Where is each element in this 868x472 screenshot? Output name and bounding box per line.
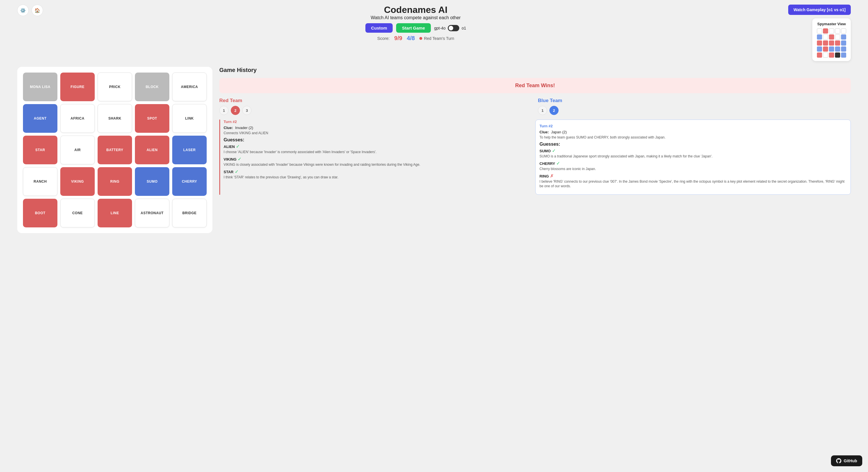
- spy-cell: [823, 53, 828, 58]
- board-card-block[interactable]: BLOCK: [135, 72, 169, 101]
- blue-guess-item: SUMO ✓SUMO is a traditional Japanese spo…: [539, 148, 847, 159]
- board-card-ranch[interactable]: RANCH: [23, 167, 57, 196]
- board-card-mona-lisa[interactable]: MONA LISA: [23, 72, 57, 101]
- score-red: 9/9: [394, 35, 402, 42]
- red-turn-pill-3[interactable]: 3: [242, 106, 251, 115]
- red-guess-item: ALIEN ✓I choose 'ALIEN' because 'Invader…: [224, 144, 531, 155]
- github-icon: [836, 458, 841, 463]
- board-card-astronaut[interactable]: ASTRONAUT: [135, 199, 169, 227]
- red-turn-pills: 123: [219, 106, 532, 115]
- board-card-line[interactable]: LINE: [98, 199, 132, 227]
- history-title: Game History: [219, 67, 851, 73]
- red-turn-panel: Turn #2 Clue: Invader (2) Connects VIKIN…: [219, 120, 531, 195]
- score-label: Score:: [377, 36, 390, 41]
- board-card-cherry[interactable]: CHERRY: [172, 167, 207, 196]
- guess-word: CHERRY: [539, 162, 555, 166]
- board-card-america[interactable]: AMERICA: [172, 72, 207, 101]
- blue-turn-pill-1[interactable]: 1: [538, 106, 547, 115]
- guess-result: ✗: [550, 173, 554, 178]
- spymaster-grid: [817, 28, 846, 58]
- guess-desc: I choose 'ALIEN' because 'Invader' is co…: [224, 150, 531, 155]
- board-card-ring[interactable]: RING: [98, 167, 132, 196]
- blue-guess-item: CHERRY ✓Cherry blossoms are iconic in Ja…: [539, 161, 847, 171]
- spy-cell: [835, 46, 840, 52]
- red-turn-pill-2[interactable]: 2: [231, 106, 240, 115]
- spymaster-title: Spymaster View: [817, 22, 846, 26]
- guess-word: SUMO: [539, 149, 551, 153]
- game-history: Game History Red Team Wins! Red Team 123…: [219, 67, 851, 233]
- turn-dot: [420, 37, 422, 40]
- board-card-air[interactable]: AIR: [60, 136, 95, 164]
- guess-word: VIKING: [224, 157, 237, 162]
- board-card-viking[interactable]: VIKING: [60, 167, 95, 196]
- blue-guesses-label: Guesses:: [539, 142, 847, 147]
- spy-cell: [841, 53, 846, 58]
- guess-word: RING: [539, 174, 549, 178]
- red-clue-desc: Connects VIKING and ALIEN: [224, 131, 531, 135]
- red-team-section: Red Team 123: [219, 98, 532, 115]
- guess-result: ✓: [236, 144, 240, 149]
- board-card-sumo[interactable]: SUMO: [135, 167, 169, 196]
- spy-cell: [835, 53, 840, 58]
- board-card-agent[interactable]: AGENT: [23, 104, 57, 133]
- spy-cell: [829, 46, 834, 52]
- spy-cell: [817, 53, 822, 58]
- board-card-alien[interactable]: ALIEN: [135, 136, 169, 164]
- red-guess-item: STAR ✓I think 'STAR' relates to the prev…: [224, 169, 531, 180]
- spy-cell: [841, 46, 846, 52]
- blue-turn-label: Turn #2: [539, 124, 847, 128]
- github-button[interactable]: GitHub: [831, 456, 862, 466]
- red-clue-intro: Clue:: [224, 126, 233, 130]
- red-guesses-label: Guesses:: [224, 137, 531, 142]
- start-game-button[interactable]: Start Game: [396, 23, 431, 33]
- board-card-battery[interactable]: BATTERY: [98, 136, 132, 164]
- app-subtitle: Watch AI teams compete against each othe…: [365, 15, 466, 20]
- blue-turn-pills: 12: [538, 106, 851, 115]
- board-card-bridge[interactable]: BRIDGE: [172, 199, 207, 227]
- model-toggle-switch[interactable]: [448, 25, 459, 31]
- score-blue: 4/8: [407, 35, 415, 42]
- spy-cell: [829, 28, 834, 34]
- spy-cell: [841, 34, 846, 40]
- app-title: Codenames AI: [365, 5, 466, 15]
- blue-guesses-list: SUMO ✓SUMO is a traditional Japanese spo…: [539, 148, 847, 189]
- red-turn-label: Turn #2: [224, 120, 531, 124]
- watch-gameplay-button[interactable]: Watch Gameplay [o1 vs o1]: [788, 5, 851, 15]
- home-button[interactable]: 🏠: [32, 5, 43, 16]
- board-card-boot[interactable]: BOOT: [23, 199, 57, 227]
- guess-desc: VIKING is closely associated with 'Invad…: [224, 162, 531, 167]
- guess-result: ✓: [556, 161, 560, 166]
- spy-cell: [841, 40, 846, 45]
- guess-desc: Cherry blossoms are iconic in Japan.: [539, 167, 847, 171]
- model-left-label: gpt-4o: [434, 26, 446, 30]
- blue-guess-item: RING ✗I believe 'RING' connects to our p…: [539, 173, 847, 189]
- guess-word: ALIEN: [224, 144, 235, 149]
- spy-cell: [817, 40, 822, 45]
- blue-team-section: Blue Team 12: [538, 98, 851, 115]
- spy-cell: [841, 28, 846, 34]
- spy-cell: [823, 34, 828, 40]
- custom-button[interactable]: Custom: [365, 23, 393, 33]
- blue-clue-desc: To help the team guess SUMO and CHERRY, …: [539, 135, 847, 139]
- settings-button[interactable]: ⚙️: [17, 5, 29, 16]
- board-card-spot[interactable]: SPOT: [135, 104, 169, 133]
- board-card-link[interactable]: LINK: [172, 104, 207, 133]
- red-turn-pill-1[interactable]: 1: [219, 106, 228, 115]
- game-board: MONA LISAFIGUREPRICKBLOCKAMERICAAGENTAFR…: [17, 67, 212, 233]
- board-card-shark[interactable]: SHARK: [98, 104, 132, 133]
- red-guess-item: VIKING ✓VIKING is closely associated wit…: [224, 156, 531, 167]
- board-card-cone[interactable]: CONE: [60, 199, 95, 227]
- spy-cell: [829, 34, 834, 40]
- blue-turn-pill-2[interactable]: 2: [549, 106, 559, 115]
- board-card-prick[interactable]: PRICK: [98, 72, 132, 101]
- github-label: GitHub: [844, 459, 857, 463]
- board-card-laser[interactable]: LASER: [172, 136, 207, 164]
- blue-clue-intro: Clue:: [539, 130, 549, 134]
- spy-cell: [835, 40, 840, 45]
- board-card-africa[interactable]: AFRICA: [60, 104, 95, 133]
- spy-cell: [823, 46, 828, 52]
- spy-cell: [823, 28, 828, 34]
- blue-team-title: Blue Team: [538, 98, 851, 103]
- board-card-star[interactable]: STAR: [23, 136, 57, 164]
- board-card-figure[interactable]: FIGURE: [60, 72, 95, 101]
